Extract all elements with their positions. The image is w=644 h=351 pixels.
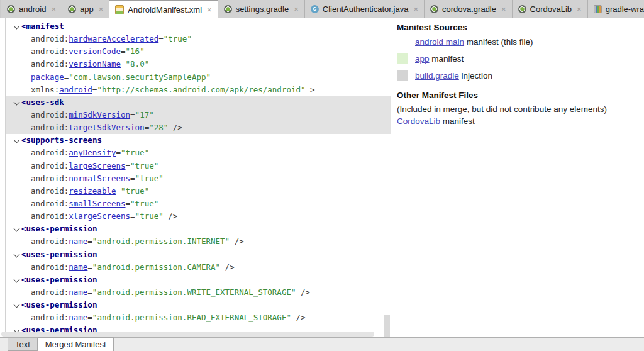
- manifest-tree-row[interactable]: android:versionCode="16": [6, 45, 391, 58]
- manifest-tree-row[interactable]: android:smallScreens="true": [6, 198, 391, 210]
- vertical-scrollbar-thumb[interactable]: [384, 315, 390, 337]
- manifest-tree-row[interactable]: <uses-permission: [6, 223, 391, 235]
- tree-row-text: android:normalScreens="true": [6, 174, 164, 183]
- manifest-tree-row[interactable]: <uses-permission: [6, 274, 391, 286]
- attribute-name-link[interactable]: xlargeScreens: [69, 211, 130, 221]
- manifest-tree-row[interactable]: android:largeScreens="true": [6, 160, 391, 172]
- manifest-tree-row[interactable]: package="com.lawson.securitySampleApp": [6, 71, 391, 84]
- equals-sign: =: [121, 47, 126, 56]
- equals-sign: =: [121, 59, 126, 69]
- quote: ": [121, 186, 126, 196]
- attribute-name-link[interactable]: package: [31, 72, 64, 82]
- merged-manifest-tree-panel: <manifestandroid:hardwareAccelerated="tr…: [0, 18, 391, 337]
- quote: ": [149, 123, 154, 132]
- equals-sign: =: [87, 313, 92, 322]
- close-icon[interactable]: ×: [413, 5, 418, 13]
- attribute-name-link[interactable]: android: [59, 85, 92, 94]
- manifest-tree-row[interactable]: android:name="android.permission.WRITE_E…: [6, 286, 391, 299]
- editor-tab-cordovalib[interactable]: CordovaLib×: [513, 0, 588, 18]
- attribute-value: com.lawson.securitySampleApp: [74, 72, 206, 82]
- attribute-name-link[interactable]: versionName: [69, 59, 121, 69]
- manifest-tree-row[interactable]: android:versionName="8.0": [6, 58, 391, 70]
- tree-row-text: android:targetSdkVersion="28" />: [6, 123, 182, 132]
- manifest-tree-row[interactable]: <uses-permission: [6, 299, 391, 311]
- other-manifest-file-link[interactable]: CordovaLib: [397, 116, 440, 126]
- attribute-value: 28: [154, 123, 164, 132]
- attribute-name-link[interactable]: anyDensity: [69, 148, 116, 157]
- attribute-name-link[interactable]: smallScreens: [69, 199, 125, 208]
- tag-close-punctuation: />: [168, 123, 182, 132]
- close-icon[interactable]: ×: [207, 6, 212, 14]
- manifest-tree-row[interactable]: android:name="android.permission.CAMERA"…: [6, 261, 391, 274]
- attribute-name-link[interactable]: resizeable: [69, 186, 116, 196]
- attribute-namespace: android:: [31, 59, 69, 69]
- quote: ": [206, 72, 211, 82]
- close-icon[interactable]: ×: [99, 5, 104, 13]
- close-icon[interactable]: ×: [501, 5, 506, 13]
- attribute-name-link[interactable]: hardwareAccelerated: [69, 34, 158, 43]
- quote: ": [135, 174, 140, 183]
- attribute-value: true: [168, 34, 187, 43]
- attribute-name-link[interactable]: name: [69, 287, 87, 297]
- manifest-tree-row[interactable]: xmlns:android="http://schemas.android.co…: [6, 84, 391, 96]
- manifest-tree-row[interactable]: <manifest: [6, 20, 391, 33]
- other-manifest-files-note: (Included in merge, but did not contribu…: [397, 104, 640, 114]
- attribute-namespace: android:: [31, 34, 69, 43]
- attribute-name-link[interactable]: name: [69, 262, 87, 272]
- bottom-tab-merged-manifest[interactable]: Merged Manifest: [38, 337, 114, 351]
- attribute-name-link[interactable]: minSdkVersion: [69, 110, 130, 120]
- source-link[interactable]: app: [415, 54, 430, 64]
- manifest-tree-row[interactable]: android:name="android.permission.INTERNE…: [6, 235, 391, 248]
- other-manifest-files-list: CordovaLib manifest: [397, 116, 640, 126]
- manifest-tree-row[interactable]: <uses-sdk: [6, 96, 391, 109]
- quote: ": [286, 313, 291, 322]
- attribute-name-link[interactable]: name: [69, 237, 87, 246]
- attribute-name-link[interactable]: name: [69, 313, 87, 322]
- attribute-name-link[interactable]: versionCode: [69, 47, 121, 56]
- editor-tab-cordova-gradle[interactable]: cordova.gradle×: [425, 0, 513, 18]
- editor-tab-app[interactable]: app×: [62, 0, 109, 18]
- source-text: build.gradle injection: [415, 71, 492, 81]
- other-manifest-file-item: CordovaLib manifest: [397, 116, 640, 126]
- source-link[interactable]: android main: [415, 37, 464, 47]
- bottom-tab-text[interactable]: Text: [8, 338, 38, 351]
- close-icon[interactable]: ×: [51, 5, 56, 13]
- editor-tab-settings-gradle[interactable]: settings.gradle×: [218, 0, 305, 18]
- tag-close-punctuation: >: [306, 85, 315, 94]
- tree-row-text: android:hardwareAccelerated="true": [6, 34, 192, 43]
- editor-tab-label: settings.gradle: [236, 4, 289, 14]
- editor-tab-label: app: [80, 4, 94, 14]
- manifest-tree-row[interactable]: android:hardwareAccelerated="true": [6, 33, 391, 45]
- equals-sign: =: [116, 148, 121, 157]
- quote: ": [130, 199, 135, 208]
- attribute-name-link[interactable]: targetSdkVersion: [69, 123, 144, 132]
- editor-tab-androidmanifest-xml[interactable]: AndroidManifest.xml×: [109, 0, 218, 18]
- manifest-tree-row[interactable]: android:resizeable="true": [6, 185, 391, 198]
- attribute-name-link[interactable]: normalScreens: [69, 174, 130, 183]
- manifest-tree-row[interactable]: android:minSdkVersion="17": [6, 109, 391, 121]
- attribute-name-link[interactable]: largeScreens: [69, 161, 125, 170]
- attribute-value: true: [126, 148, 145, 157]
- source-link[interactable]: build.gradle: [415, 71, 459, 81]
- xml-tag-name: <uses-permission: [21, 250, 97, 259]
- close-icon[interactable]: ×: [577, 5, 582, 13]
- source-color-swatch: [397, 70, 408, 81]
- manifest-tree-row[interactable]: android:normalScreens="true": [6, 172, 391, 185]
- attribute-namespace: xmlns:: [31, 85, 59, 94]
- manifest-tree-row[interactable]: <uses-permission: [6, 248, 391, 261]
- close-icon[interactable]: ×: [294, 5, 299, 13]
- attribute-namespace: android:: [31, 123, 69, 132]
- editor-tab-clientauthenticator-java[interactable]: ClientAuthenticator.java×: [305, 0, 425, 18]
- manifest-tree-row[interactable]: android:xlargeScreens="true" />: [6, 210, 391, 223]
- tree-row-text: android:name="android.permission.INTERNE…: [6, 237, 244, 246]
- manifest-tree-row[interactable]: android:targetSdkVersion="28" />: [6, 121, 391, 134]
- quote: ": [225, 237, 230, 246]
- manifest-tree-row[interactable]: <supports-screens: [6, 134, 391, 147]
- editor-tab-android[interactable]: android×: [1, 0, 62, 18]
- manifest-tree-row[interactable]: android:anyDensity="true": [6, 147, 391, 159]
- manifest-sources-heading: Manifest Sources: [397, 23, 640, 32]
- manifest-tree-row[interactable]: android:name="android.permission.READ_EX…: [6, 311, 391, 324]
- horizontal-scrollbar[interactable]: [1, 332, 374, 337]
- quote: ": [130, 161, 135, 170]
- editor-tab-gradle-wrapper-properties[interactable]: gradle-wrapper.properties: [588, 0, 644, 18]
